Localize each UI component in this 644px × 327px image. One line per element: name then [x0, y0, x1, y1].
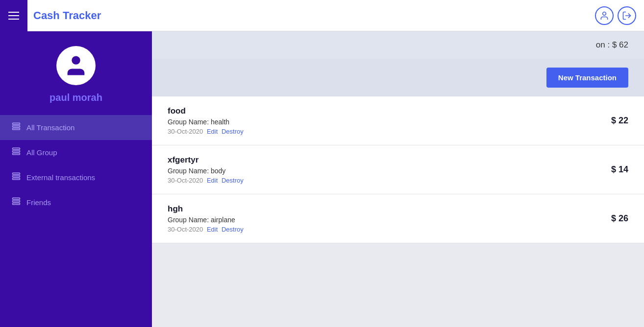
transaction-date: 30-Oct-2020 Edit Destroy — [168, 226, 594, 233]
transaction-date: 30-Oct-2020 Edit Destroy — [168, 128, 594, 135]
sidebar-item-external-transactions[interactable]: External transactions — [0, 165, 152, 190]
transaction-row: hgh Group Name: airplane 30-Oct-2020 Edi… — [152, 194, 644, 243]
app-title: Cash Tracker — [33, 9, 101, 22]
username: paul morah — [50, 92, 102, 103]
svg-rect-7 — [13, 151, 20, 152]
avatar-icon — [63, 53, 89, 78]
sidebar-item-friends[interactable]: Friends — [0, 190, 152, 215]
new-transaction-button[interactable]: New Transaction — [546, 68, 628, 88]
sidebar-item-all-group[interactable]: All Group — [0, 140, 152, 165]
header-left: Cash Tracker — [8, 0, 101, 31]
all-transaction-icon — [12, 122, 21, 133]
balance-label: on : — [596, 40, 610, 50]
hamburger-line-2 — [8, 15, 19, 16]
sidebar-item-label-external-transactions: External transactions — [26, 173, 95, 182]
svg-rect-9 — [13, 173, 20, 174]
main-content: on : $ 62 New Transaction food Group Nam… — [152, 31, 644, 327]
sidebar-item-all-transaction[interactable]: All Transaction — [0, 115, 152, 140]
sidebar-item-label-all-group: All Group — [26, 148, 57, 157]
header-icons — [595, 6, 636, 25]
svg-rect-4 — [13, 126, 20, 127]
sidebar-nav: All Transaction All Group External trans… — [0, 115, 152, 215]
svg-rect-12 — [13, 198, 20, 199]
transaction-amount: $ 26 — [594, 213, 628, 224]
avatar — [56, 46, 96, 85]
svg-point-2 — [72, 56, 80, 65]
transaction-group: Group Name: health — [168, 118, 594, 126]
profile-icon[interactable] — [595, 6, 614, 25]
external-transactions-icon — [12, 172, 21, 183]
transaction-date: 30-Oct-2020 Edit Destroy — [168, 177, 594, 184]
destroy-link-1[interactable]: Destroy — [222, 177, 244, 184]
svg-rect-10 — [13, 176, 20, 177]
all-group-icon — [12, 147, 21, 158]
svg-rect-3 — [13, 123, 20, 124]
transactions-header: New Transaction — [152, 59, 644, 96]
transaction-amount: $ 22 — [594, 116, 628, 126]
svg-rect-11 — [13, 178, 20, 180]
svg-rect-8 — [13, 153, 20, 155]
transaction-info: hgh Group Name: airplane 30-Oct-2020 Edi… — [168, 204, 594, 233]
sidebar-item-label-all-transaction: All Transaction — [26, 123, 74, 132]
balance-bar: on : $ 62 — [152, 31, 644, 59]
friends-icon — [12, 197, 21, 208]
edit-link-2[interactable]: Edit — [207, 226, 218, 233]
hamburger-line-3 — [8, 19, 19, 20]
destroy-link-0[interactable]: Destroy — [222, 128, 244, 135]
edit-link-0[interactable]: Edit — [207, 128, 218, 135]
svg-point-0 — [603, 12, 606, 15]
sidebar: paul morah All Transaction All Group Ext… — [0, 31, 152, 327]
transaction-row: xfgertyr Group Name: body 30-Oct-2020 Ed… — [152, 145, 644, 194]
transaction-info: food Group Name: health 30-Oct-2020 Edit… — [168, 106, 594, 135]
balance-amount: $ 62 — [612, 40, 628, 50]
transaction-group: Group Name: airplane — [168, 216, 594, 224]
transaction-name: food — [168, 106, 594, 116]
main-layout: paul morah All Transaction All Group Ext… — [0, 31, 644, 327]
svg-rect-13 — [13, 201, 20, 202]
svg-rect-6 — [13, 148, 20, 149]
app-header: Cash Tracker — [0, 0, 644, 31]
hamburger-line-1 — [8, 12, 19, 13]
transaction-group: Group Name: body — [168, 167, 594, 175]
logout-icon[interactable] — [618, 6, 636, 25]
svg-rect-14 — [13, 203, 20, 205]
svg-rect-5 — [13, 128, 20, 130]
destroy-link-2[interactable]: Destroy — [222, 226, 244, 233]
transaction-list: food Group Name: health 30-Oct-2020 Edit… — [152, 96, 644, 243]
sidebar-item-label-friends: Friends — [26, 198, 51, 207]
transaction-amount: $ 14 — [594, 164, 628, 175]
transaction-name: hgh — [168, 204, 594, 214]
edit-link-1[interactable]: Edit — [207, 177, 218, 184]
hamburger-button[interactable] — [0, 0, 27, 31]
transaction-row: food Group Name: health 30-Oct-2020 Edit… — [152, 96, 644, 145]
transaction-info: xfgertyr Group Name: body 30-Oct-2020 Ed… — [168, 155, 594, 184]
transaction-name: xfgertyr — [168, 155, 594, 165]
